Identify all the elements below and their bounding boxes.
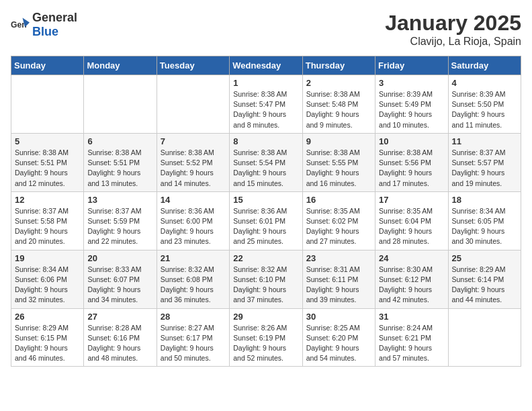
day-number: 31: [379, 312, 444, 322]
calendar-cell: 16Sunrise: 8:35 AM Sunset: 6:02 PM Dayli…: [302, 191, 375, 250]
day-number: 4: [452, 78, 517, 88]
day-info: Sunrise: 8:38 AM Sunset: 5:55 PM Dayligh…: [306, 148, 371, 189]
day-info: Sunrise: 8:37 AM Sunset: 5:59 PM Dayligh…: [87, 206, 152, 247]
calendar-cell: 6Sunrise: 8:38 AM Sunset: 5:51 PM Daylig…: [84, 133, 157, 191]
page-header: Gen General Blue January 2025 Clavijo, L…: [11, 11, 521, 48]
calendar-cell: 28Sunrise: 8:27 AM Sunset: 6:17 PM Dayli…: [157, 308, 229, 367]
calendar-cell: 5Sunrise: 8:38 AM Sunset: 5:51 PM Daylig…: [11, 133, 84, 191]
calendar-cell: [11, 75, 84, 134]
day-number: 7: [161, 136, 226, 146]
day-number: 25: [452, 253, 517, 263]
day-info: Sunrise: 8:39 AM Sunset: 5:49 PM Dayligh…: [379, 89, 444, 130]
day-info: Sunrise: 8:29 AM Sunset: 6:15 PM Dayligh…: [15, 323, 80, 364]
calendar-cell: 25Sunrise: 8:29 AM Sunset: 6:14 PM Dayli…: [448, 250, 521, 308]
calendar-cell: 2Sunrise: 8:38 AM Sunset: 5:48 PM Daylig…: [302, 75, 375, 134]
day-info: Sunrise: 8:39 AM Sunset: 5:50 PM Dayligh…: [452, 89, 517, 130]
day-number: 6: [87, 136, 152, 146]
page-title: January 2025: [385, 11, 521, 36]
title-block: January 2025 Clavijo, La Rioja, Spain: [385, 11, 521, 48]
calendar-week-1: 1Sunrise: 8:38 AM Sunset: 5:47 PM Daylig…: [11, 75, 521, 134]
calendar-cell: 7Sunrise: 8:38 AM Sunset: 5:52 PM Daylig…: [157, 133, 229, 191]
day-info: Sunrise: 8:29 AM Sunset: 6:14 PM Dayligh…: [452, 265, 517, 306]
calendar-cell: [157, 75, 229, 134]
day-info: Sunrise: 8:27 AM Sunset: 6:17 PM Dayligh…: [161, 323, 226, 364]
day-info: Sunrise: 8:37 AM Sunset: 5:57 PM Dayligh…: [452, 148, 517, 189]
calendar-cell: 1Sunrise: 8:38 AM Sunset: 5:47 PM Daylig…: [230, 75, 302, 134]
calendar-week-5: 26Sunrise: 8:29 AM Sunset: 6:15 PM Dayli…: [11, 308, 521, 367]
day-info: Sunrise: 8:32 AM Sunset: 6:10 PM Dayligh…: [233, 265, 298, 306]
calendar-cell: 21Sunrise: 8:32 AM Sunset: 6:08 PM Dayli…: [157, 250, 229, 308]
calendar-cell: 8Sunrise: 8:38 AM Sunset: 5:54 PM Daylig…: [230, 133, 302, 191]
day-number: 24: [379, 253, 444, 263]
calendar-cell: 22Sunrise: 8:32 AM Sunset: 6:10 PM Dayli…: [230, 250, 302, 308]
calendar-cell: [448, 308, 521, 367]
calendar-cell: 26Sunrise: 8:29 AM Sunset: 6:15 PM Dayli…: [11, 308, 84, 367]
day-number: 2: [306, 78, 371, 88]
day-number: 11: [452, 136, 517, 146]
day-info: Sunrise: 8:38 AM Sunset: 5:51 PM Dayligh…: [15, 148, 80, 189]
weekday-header-friday: Friday: [375, 56, 448, 75]
day-number: 8: [233, 136, 298, 146]
day-info: Sunrise: 8:35 AM Sunset: 6:04 PM Dayligh…: [379, 206, 444, 247]
day-info: Sunrise: 8:24 AM Sunset: 6:21 PM Dayligh…: [379, 323, 444, 364]
calendar-cell: 3Sunrise: 8:39 AM Sunset: 5:49 PM Daylig…: [375, 75, 448, 134]
day-number: 12: [15, 195, 80, 205]
day-number: 14: [161, 195, 226, 205]
weekday-header-thursday: Thursday: [302, 56, 375, 75]
day-info: Sunrise: 8:34 AM Sunset: 6:05 PM Dayligh…: [452, 206, 517, 247]
calendar-cell: 13Sunrise: 8:37 AM Sunset: 5:59 PM Dayli…: [84, 191, 157, 250]
day-number: 29: [233, 312, 298, 322]
day-number: 26: [15, 312, 80, 322]
day-number: 28: [161, 312, 226, 322]
calendar-cell: 4Sunrise: 8:39 AM Sunset: 5:50 PM Daylig…: [448, 75, 521, 134]
logo-text-blue: Blue: [32, 25, 58, 38]
calendar-cell: 18Sunrise: 8:34 AM Sunset: 6:05 PM Dayli…: [448, 191, 521, 250]
calendar-cell: 9Sunrise: 8:38 AM Sunset: 5:55 PM Daylig…: [302, 133, 375, 191]
day-number: 21: [161, 253, 226, 263]
day-number: 18: [452, 195, 517, 205]
calendar-week-3: 12Sunrise: 8:37 AM Sunset: 5:58 PM Dayli…: [11, 191, 521, 250]
calendar-cell: 12Sunrise: 8:37 AM Sunset: 5:58 PM Dayli…: [11, 191, 84, 250]
day-number: 22: [233, 253, 298, 263]
calendar-cell: 11Sunrise: 8:37 AM Sunset: 5:57 PM Dayli…: [448, 133, 521, 191]
day-info: Sunrise: 8:30 AM Sunset: 6:12 PM Dayligh…: [379, 265, 444, 306]
day-info: Sunrise: 8:38 AM Sunset: 5:48 PM Dayligh…: [306, 89, 371, 130]
weekday-header-tuesday: Tuesday: [157, 56, 229, 75]
day-info: Sunrise: 8:28 AM Sunset: 6:16 PM Dayligh…: [87, 323, 152, 364]
calendar-cell: [84, 75, 157, 134]
day-info: Sunrise: 8:33 AM Sunset: 6:07 PM Dayligh…: [87, 265, 152, 306]
day-number: 17: [379, 195, 444, 205]
day-info: Sunrise: 8:36 AM Sunset: 6:01 PM Dayligh…: [233, 206, 298, 247]
day-number: 19: [15, 253, 80, 263]
calendar-week-4: 19Sunrise: 8:34 AM Sunset: 6:06 PM Dayli…: [11, 250, 521, 308]
day-number: 1: [233, 78, 298, 88]
calendar-cell: 19Sunrise: 8:34 AM Sunset: 6:06 PM Dayli…: [11, 250, 84, 308]
day-number: 20: [87, 253, 152, 263]
logo: Gen General Blue: [11, 11, 77, 39]
calendar-week-2: 5Sunrise: 8:38 AM Sunset: 5:51 PM Daylig…: [11, 133, 521, 191]
calendar-cell: 23Sunrise: 8:31 AM Sunset: 6:11 PM Dayli…: [302, 250, 375, 308]
day-info: Sunrise: 8:37 AM Sunset: 5:58 PM Dayligh…: [15, 206, 80, 247]
day-info: Sunrise: 8:38 AM Sunset: 5:56 PM Dayligh…: [379, 148, 444, 189]
calendar-cell: 30Sunrise: 8:25 AM Sunset: 6:20 PM Dayli…: [302, 308, 375, 367]
day-info: Sunrise: 8:32 AM Sunset: 6:08 PM Dayligh…: [161, 265, 226, 306]
calendar-cell: 27Sunrise: 8:28 AM Sunset: 6:16 PM Dayli…: [84, 308, 157, 367]
calendar-cell: 10Sunrise: 8:38 AM Sunset: 5:56 PM Dayli…: [375, 133, 448, 191]
day-number: 15: [233, 195, 298, 205]
calendar-cell: 17Sunrise: 8:35 AM Sunset: 6:04 PM Dayli…: [375, 191, 448, 250]
weekday-header-monday: Monday: [84, 56, 157, 75]
page-subtitle: Clavijo, La Rioja, Spain: [385, 36, 521, 48]
day-number: 16: [306, 195, 371, 205]
day-info: Sunrise: 8:38 AM Sunset: 5:51 PM Dayligh…: [87, 148, 152, 189]
day-number: 23: [306, 253, 371, 263]
day-info: Sunrise: 8:26 AM Sunset: 6:19 PM Dayligh…: [233, 323, 298, 364]
day-info: Sunrise: 8:25 AM Sunset: 6:20 PM Dayligh…: [306, 323, 371, 364]
day-number: 5: [15, 136, 80, 146]
weekday-header-sunday: Sunday: [11, 56, 84, 75]
day-info: Sunrise: 8:35 AM Sunset: 6:02 PM Dayligh…: [306, 206, 371, 247]
day-info: Sunrise: 8:38 AM Sunset: 5:52 PM Dayligh…: [161, 148, 226, 189]
day-info: Sunrise: 8:38 AM Sunset: 5:47 PM Dayligh…: [233, 89, 298, 130]
day-number: 9: [306, 136, 371, 146]
day-number: 10: [379, 136, 444, 146]
weekday-header-saturday: Saturday: [448, 56, 521, 75]
